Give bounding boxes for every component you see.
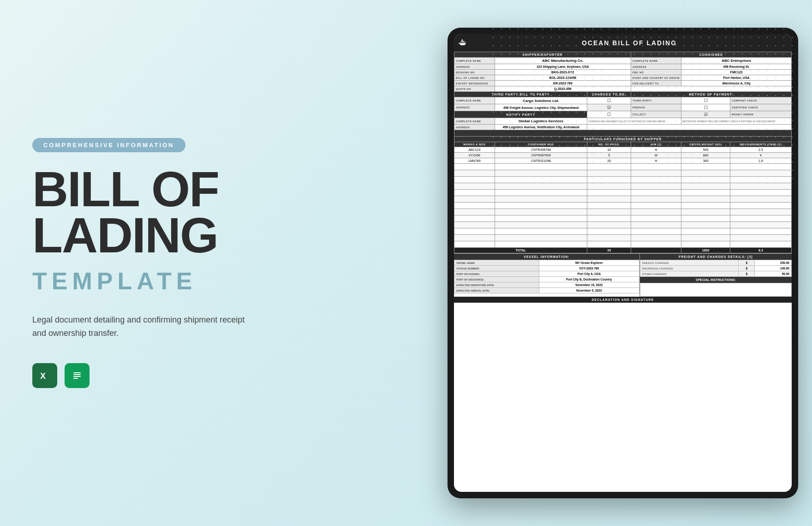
freight-info: FREIGHT AND CHARGES DETAILS: [3] FREIGHT… bbox=[640, 254, 792, 297]
other-amount: 50.00 bbox=[755, 271, 792, 277]
special-instructions-title: SPECIAL INSTRUCTIONS: bbox=[640, 277, 792, 283]
weight-2: 800 bbox=[681, 153, 730, 158]
tp-addr-value: 456 Freight Avenue, Logistics City, Ship… bbox=[495, 104, 587, 111]
payment-certified-label: CERTIFIED CHECK bbox=[730, 104, 791, 111]
main-title: BILL OF LADING bbox=[32, 166, 281, 258]
particulars-header: PARTICULARS FURNISHED BY SHIPPER bbox=[454, 137, 792, 142]
shipper-name-label: COMPLETE NAME bbox=[454, 58, 495, 64]
checkbox-prepaid: ☑ bbox=[587, 104, 631, 111]
bol-no-value: BOL-2023-123456 bbox=[495, 75, 631, 81]
icons-row: X bbox=[32, 363, 281, 388]
charges-note: CHARGES ARE ASSUMED COLLECT IF NOTHING I… bbox=[587, 118, 681, 125]
prepaid-label: PREPAID bbox=[631, 104, 681, 111]
payment-header: METHOD OF PAYMENT: bbox=[631, 92, 791, 97]
tp-name-value: Cargo Solutions Ltd. bbox=[495, 97, 587, 104]
port-loading-label: PORT OFLOADING: bbox=[454, 271, 539, 277]
quote-value: Q-2023-456 bbox=[495, 86, 631, 92]
hm-3: H bbox=[631, 158, 681, 164]
bol-main-table: SHIPPER/EXPORTER CONSIGNEE COMPLETE NAME… bbox=[454, 52, 792, 253]
marks-2: XYZ456 bbox=[454, 153, 495, 158]
empty-row bbox=[454, 222, 792, 228]
vessel-name-label: VESSEL NAME: bbox=[454, 260, 539, 266]
notify-header: NOTIFY PARTY bbox=[454, 111, 587, 118]
pkgs-3: 20 bbox=[587, 158, 631, 164]
consignee-name-value: ABC Enterprises bbox=[681, 58, 792, 64]
empty-row bbox=[454, 190, 792, 196]
export-ref-label: EXPORT REFERENCES bbox=[454, 81, 495, 86]
consignee-addr-value: 456 Receiving St. bbox=[681, 64, 792, 70]
origin-label: POINT AND COUNTRY OF ORIGIN bbox=[631, 75, 681, 81]
freight-amount: 250.00 bbox=[755, 260, 792, 266]
vessel-info: VESSEL INFORMATION: VESSEL NAME: MV Ocea… bbox=[454, 254, 640, 297]
vessel-table: VESSEL NAME: MV Ocean Explorer VOYAGE NU… bbox=[454, 260, 639, 293]
fmc-value: FMC123 bbox=[681, 70, 792, 75]
shipper-addr-label: ADDRESS bbox=[454, 64, 495, 70]
vessel-section-title: VESSEL INFORMATION: bbox=[454, 254, 639, 260]
cbm-2: 4 bbox=[730, 153, 791, 158]
weight-1: 500 bbox=[681, 147, 730, 153]
doc-body: SHIPPER/EXPORTER CONSIGNEE COMPLETE NAME… bbox=[454, 52, 792, 492]
declaration-bar: DECLARATION AND SIGNATURE bbox=[454, 297, 792, 303]
shipper-addr-value: 123 Shipping Lane, Anytown, USA bbox=[495, 64, 631, 70]
empty-row bbox=[454, 209, 792, 215]
tp-charge-label: THIRD PARTY bbox=[631, 97, 681, 104]
pkgs-1: 10 bbox=[587, 147, 631, 153]
sub-title: TEMPLATE bbox=[32, 267, 281, 295]
insurance-amount: 100.00 bbox=[755, 266, 792, 271]
svg-rect-4 bbox=[73, 374, 81, 375]
special-instructions-box bbox=[640, 283, 792, 297]
hm-1: H bbox=[631, 147, 681, 153]
fmc-label: FMC NO bbox=[631, 70, 681, 75]
voyage-label: VOYAGE NUMBER: bbox=[454, 266, 539, 271]
arrival-value: November 5, 2023 bbox=[539, 288, 639, 293]
svg-text:X: X bbox=[40, 371, 46, 381]
tp-addr-label: ADDRESS bbox=[454, 104, 495, 111]
np-addr-label: ADDRESS bbox=[454, 125, 495, 130]
freight-charges-label: FREIGHT CHARGES: bbox=[640, 260, 739, 266]
container-1: CNTR456789 bbox=[495, 147, 587, 153]
hm-2: M bbox=[631, 153, 681, 158]
particulars-section bbox=[454, 130, 792, 137]
bol-title: OCEAN BILL OF LADING bbox=[472, 39, 787, 47]
payment-note: METHOD OF PAYMENT WILL BE COMPANY CHECK … bbox=[681, 118, 792, 125]
description: Legal document detailing and confirming … bbox=[32, 313, 254, 340]
np-name-label: COMPLETE NAME bbox=[454, 118, 495, 125]
departure-value: November 15, 2023 bbox=[539, 282, 639, 288]
empty-row bbox=[454, 228, 792, 235]
marks-1: ABC123 bbox=[454, 147, 495, 153]
col-marks: MARKS & NOS bbox=[454, 142, 495, 147]
consignee-name-label: COMPLETE NAME bbox=[631, 58, 681, 64]
np-addr-value: 456 Logistics Avenue, Notification City,… bbox=[495, 125, 587, 130]
empty-row bbox=[454, 235, 792, 241]
total-cbm: 8.3 bbox=[730, 248, 791, 253]
col-hm: H/M [1] bbox=[631, 142, 681, 147]
bottom-section: VESSEL INFORMATION: VESSEL NAME: MV Ocea… bbox=[454, 253, 792, 297]
port-loading-value: Port City A, USA bbox=[539, 271, 639, 277]
empty-row bbox=[454, 196, 792, 203]
consignee-addr-label: ADDRESS bbox=[631, 64, 681, 70]
total-row: TOTAL 35 1600 8.3 bbox=[454, 248, 792, 253]
third-party-header: THIRD PARTY BILL TO PARTY bbox=[454, 92, 587, 97]
bol-no-label: BILL OF LADING NO bbox=[454, 75, 495, 81]
cbm-1: 2.5 bbox=[730, 147, 791, 153]
empty-row bbox=[454, 241, 792, 248]
charges-header: CHARGES TO BE: bbox=[587, 92, 631, 97]
col-container: CONTAINER NOS bbox=[495, 142, 587, 147]
freight-table: FREIGHT CHARGES: $ 250.00 INSURANCE CHAR… bbox=[640, 260, 792, 277]
left-panel: COMPREHENSIVE INFORMATION BILL OF LADING… bbox=[0, 0, 314, 526]
svg-rect-3 bbox=[73, 372, 81, 373]
excel-icon: X bbox=[32, 363, 57, 388]
freight-section-title: FREIGHT AND CHARGES DETAILS: [3] bbox=[640, 254, 792, 260]
empty-row bbox=[454, 215, 792, 222]
insurance-charges-label: INSURANCE CHARGES: bbox=[640, 266, 739, 271]
total-label: TOTAL bbox=[454, 248, 587, 253]
col-weight: GROSS WEIGHT (KG) bbox=[681, 142, 730, 147]
export-ref-value: ER-2023-789 bbox=[495, 81, 631, 86]
empty-row bbox=[454, 177, 792, 183]
table-row: LMN789 CNTR321098 20 H 300 1.8 bbox=[454, 158, 792, 164]
container-3: CNTR321098 bbox=[495, 158, 587, 164]
port-discharge-label: PORT OF DISCHARGE: bbox=[454, 277, 539, 282]
consignee-header: CONSIGNEE bbox=[631, 52, 791, 58]
pkgs-2: 5 bbox=[587, 153, 631, 158]
np-name-value: Global Logistics Services bbox=[495, 118, 587, 125]
